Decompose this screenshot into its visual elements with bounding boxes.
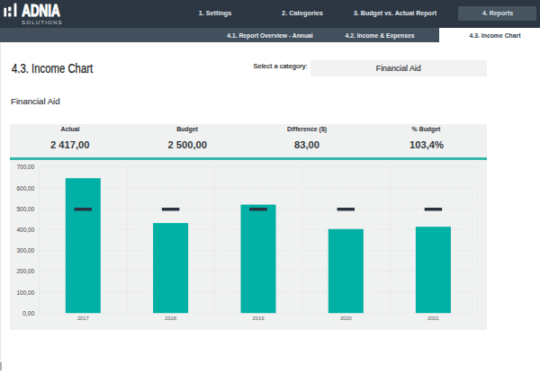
svg-text:ADNIA: ADNIA <box>22 1 60 20</box>
svg-text:500,00: 500,00 <box>17 205 35 211</box>
svg-text:2020: 2020 <box>340 315 352 321</box>
svg-text:200,00: 200,00 <box>17 268 35 274</box>
svg-text:2017: 2017 <box>77 315 89 321</box>
svg-text:400,00: 400,00 <box>17 226 35 232</box>
svg-text:2018: 2018 <box>165 315 176 321</box>
svg-text:2021: 2021 <box>428 315 439 321</box>
svg-text:700,00: 700,00 <box>17 164 35 170</box>
svg-text:100,00: 100,00 <box>17 289 35 295</box>
svg-text:600,00: 600,00 <box>17 184 35 191</box>
svg-text:SOLUTIONS: SOLUTIONS <box>22 20 62 25</box>
svg-text:0,00: 0,00 <box>22 309 34 316</box>
svg-text:300,00: 300,00 <box>17 247 35 254</box>
svg-text:2019: 2019 <box>253 315 265 321</box>
